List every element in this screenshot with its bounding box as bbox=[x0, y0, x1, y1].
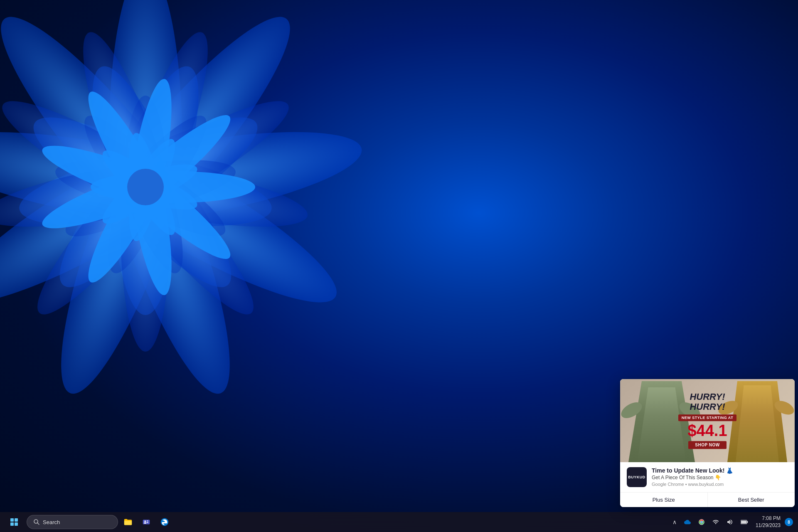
edge-button[interactable] bbox=[156, 514, 173, 530]
search-bar[interactable]: Search bbox=[27, 515, 118, 529]
svg-rect-39 bbox=[747, 521, 748, 523]
clock-time: 7:08 PM bbox=[762, 515, 781, 522]
edge-icon bbox=[160, 517, 169, 527]
notification-body: BUYKUD Time to Update New Look! 👗 Get A … bbox=[620, 462, 795, 492]
chrome-icon bbox=[698, 519, 705, 525]
search-icon bbox=[34, 519, 39, 525]
tray-chevron-icon: ∧ bbox=[672, 519, 677, 525]
battery-icon bbox=[741, 519, 748, 525]
taskbar-right: ∧ bbox=[669, 514, 793, 530]
notification-subtitle: Get A Piece Of This Season 👇 bbox=[652, 475, 788, 480]
banner-price: $44.1 bbox=[670, 423, 745, 439]
banner-hurry-2: HURRY! bbox=[670, 402, 745, 412]
notification-count: 8 bbox=[788, 520, 790, 525]
wallpaper-bloom bbox=[0, 0, 374, 416]
folder-icon bbox=[123, 517, 133, 527]
onedrive-icon bbox=[684, 519, 691, 525]
teams-button[interactable] bbox=[138, 514, 155, 530]
shop-now-button[interactable]: SHOP NOW bbox=[688, 441, 726, 449]
win-logo-cell-3 bbox=[10, 522, 14, 526]
banner-text-area: HURRY! HURRY! NEW STYLE STARTING AT $44.… bbox=[670, 392, 745, 449]
chrome-tray-icon[interactable] bbox=[695, 514, 708, 530]
banner-hurry-1: HURRY! bbox=[670, 392, 745, 402]
brand-name: BUYKUD bbox=[628, 475, 645, 480]
win-logo-cell-1 bbox=[10, 518, 14, 522]
taskbar-left: Search bbox=[5, 514, 173, 530]
onedrive-tray-icon[interactable] bbox=[681, 514, 694, 530]
wifi-tray-icon[interactable] bbox=[709, 514, 722, 530]
volume-tray-icon[interactable] bbox=[723, 514, 736, 530]
svg-rect-32 bbox=[144, 522, 147, 524]
volume-icon bbox=[727, 519, 733, 525]
notification-banner: HURRY! HURRY! NEW STYLE STARTING AT $44.… bbox=[620, 379, 795, 462]
best-seller-button[interactable]: Best Seller bbox=[708, 493, 795, 507]
taskbar: Search bbox=[0, 512, 798, 532]
svg-rect-30 bbox=[143, 520, 150, 525]
svg-point-33 bbox=[147, 520, 148, 522]
svg-line-29 bbox=[37, 523, 39, 525]
clock-date: 11/29/2023 bbox=[756, 522, 781, 529]
start-button[interactable] bbox=[5, 514, 23, 530]
desktop: HURRY! HURRY! NEW STYLE STARTING AT $44.… bbox=[0, 0, 798, 532]
file-explorer-button[interactable] bbox=[120, 514, 136, 530]
system-tray-overflow[interactable]: ∧ bbox=[669, 514, 680, 530]
notification-title: Time to Update New Look! 👗 bbox=[652, 467, 788, 474]
win-logo-cell-4 bbox=[15, 522, 18, 526]
svg-rect-34 bbox=[147, 522, 148, 523]
svg-rect-40 bbox=[741, 521, 746, 524]
svg-point-31 bbox=[144, 520, 146, 522]
svg-point-37 bbox=[701, 521, 702, 523]
notification-popup[interactable]: HURRY! HURRY! NEW STYLE STARTING AT $44.… bbox=[620, 379, 795, 507]
brand-logo: BUYKUD bbox=[627, 467, 647, 487]
notification-content: Time to Update New Look! 👗 Get A Piece O… bbox=[652, 467, 788, 487]
search-label: Search bbox=[43, 519, 60, 525]
notification-badge[interactable]: 8 bbox=[785, 518, 793, 526]
notification-actions: Plus Size Best Seller bbox=[620, 492, 795, 507]
teams-icon bbox=[142, 517, 151, 527]
notification-source: Google Chrome • www.buykud.com bbox=[652, 482, 788, 487]
svg-point-27 bbox=[127, 169, 164, 205]
battery-tray-icon[interactable] bbox=[737, 514, 751, 530]
clock[interactable]: 7:08 PM 11/29/2023 bbox=[752, 514, 784, 530]
banner-new-style-label: NEW STYLE STARTING AT bbox=[678, 415, 736, 421]
wifi-icon bbox=[712, 519, 719, 525]
plus-size-button[interactable]: Plus Size bbox=[620, 493, 707, 507]
win-logo-cell-2 bbox=[15, 518, 18, 522]
windows-logo bbox=[10, 518, 18, 526]
